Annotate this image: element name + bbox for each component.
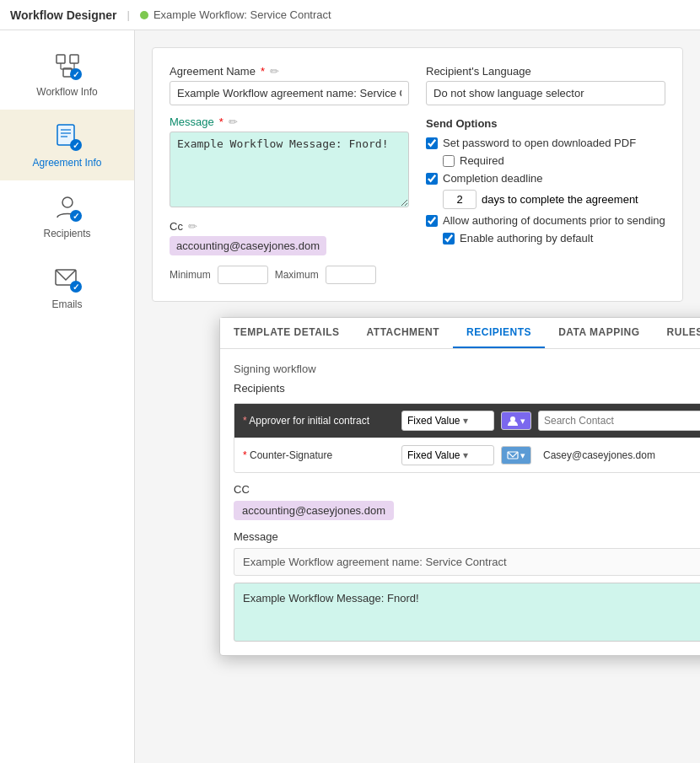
sidebar-item-workflow-info[interactable]: ✓ Workflow Info xyxy=(0,39,134,110)
tab-data-mapping[interactable]: DATA MAPPING xyxy=(545,318,653,348)
content-area: Agreement Name* ✏ Message* ✏ Example Wor… xyxy=(135,30,700,763)
person-icon xyxy=(507,415,519,427)
chevron-down-icon-3: ▾ xyxy=(463,449,468,461)
cc-panel-section: CC accounting@caseyjones.dom xyxy=(234,483,700,520)
set-password-label: Set password to open downloaded PDF xyxy=(443,137,636,149)
message-label: Message* ✏ xyxy=(170,116,409,128)
agreement-name-label: Agreement Name* ✏ xyxy=(170,65,409,78)
recipients-heading: Recipients xyxy=(234,382,700,395)
chevron-down-icon-2: ▾ xyxy=(520,416,525,427)
enable-authoring-row: Enable authoring by default xyxy=(443,232,665,244)
days-row: days to complete the agreement xyxy=(443,190,665,209)
tab-rules[interactable]: RULES xyxy=(654,318,700,348)
recipient-0-search[interactable]: 🔍 xyxy=(538,411,700,431)
required-label: Required xyxy=(460,154,504,167)
search-contact-input[interactable] xyxy=(544,415,700,427)
days-label: days to complete the agreement xyxy=(482,193,638,206)
sidebar-item-recipients[interactable]: ✓ Recipients xyxy=(0,180,134,251)
days-input[interactable] xyxy=(443,190,477,209)
separator: | xyxy=(127,8,130,21)
svg-text:✓: ✓ xyxy=(73,212,79,221)
sidebar-item-emails[interactable]: ✓ Emails xyxy=(0,251,134,322)
recipient-1-contact-type-btn[interactable]: ▾ xyxy=(501,446,531,465)
set-password-checkbox[interactable] xyxy=(426,137,438,149)
svg-rect-1 xyxy=(70,55,78,63)
message-textarea[interactable]: Example Workflow Message: Fnord! xyxy=(170,132,409,207)
top-bar: Workflow Designer | Example Workflow: Se… xyxy=(0,0,700,30)
panel-body: Signing workflow Recipients * Approver f… xyxy=(220,349,700,655)
language-label: Recipient's Language xyxy=(426,65,665,78)
required-checkbox[interactable] xyxy=(443,155,455,167)
sidebar-item-workflow-info-label: Workflow Info xyxy=(36,86,97,98)
tabs-bar: TEMPLATE DETAILS ATTACHMENT RECIPIENTS D… xyxy=(220,318,700,349)
message-body-display: Example Workflow Message: Fnord! ⤡ xyxy=(234,583,700,642)
cc-edit-icon[interactable]: ✏ xyxy=(188,220,197,233)
max-input[interactable] xyxy=(326,266,376,284)
cc-panel-value: accounting@caseyjones.dom xyxy=(234,501,394,520)
tab-attachment[interactable]: ATTACHMENT xyxy=(353,318,454,348)
message-edit-icon[interactable]: ✏ xyxy=(229,116,238,128)
svg-text:✓: ✓ xyxy=(73,282,79,292)
recipient-1-type-select[interactable]: Fixed Value ▾ xyxy=(401,445,494,465)
workflow-name: Example Workflow: Service Contract xyxy=(153,8,331,21)
cc-label: Cc ✏ xyxy=(170,220,409,233)
cc-section: Cc ✏ accounting@caseyjones.dom xyxy=(170,220,409,261)
workflow-status: Example Workflow: Service Contract xyxy=(140,8,331,21)
min-input[interactable] xyxy=(218,266,268,284)
completion-deadline-row: Completion deadline xyxy=(426,172,665,185)
form-right-col: Recipient's Language Send Options Set pa… xyxy=(426,65,665,284)
chevron-down-icon: ▾ xyxy=(463,415,468,427)
status-dot-icon xyxy=(140,11,148,19)
message-section-label: Message xyxy=(234,530,700,543)
recipient-0-label: * Approver for initial contract xyxy=(243,415,395,427)
recipient-0-type-select[interactable]: Fixed Value ▾ xyxy=(401,411,494,431)
allow-authoring-label: Allow authoring of documents prior to se… xyxy=(443,214,665,227)
recipients-container: * Approver for initial contract Fixed Va… xyxy=(234,403,700,473)
overlay-panel: TEMPLATE DETAILS ATTACHMENT RECIPIENTS D… xyxy=(219,317,700,656)
agreement-info-icon: ✓ xyxy=(52,121,83,152)
min-label: Minimum xyxy=(170,269,211,281)
sidebar: ✓ Workflow Info ✓ Agreement Info ✓ Re xyxy=(0,30,135,763)
recipient-1-value: Casey@caseyjones.dom xyxy=(538,446,700,465)
recipients-icon: ✓ xyxy=(52,192,83,223)
message-name-display: Example Workflow agreement name: Service… xyxy=(234,548,700,576)
svg-point-15 xyxy=(62,197,73,207)
enable-authoring-label: Enable authoring by default xyxy=(460,232,593,244)
emails-icon: ✓ xyxy=(52,263,83,293)
sidebar-item-emails-label: Emails xyxy=(51,298,82,310)
svg-rect-0 xyxy=(57,55,65,63)
language-input[interactable] xyxy=(426,81,665,105)
recipient-row-0: * Approver for initial contract Fixed Va… xyxy=(234,404,700,438)
completion-deadline-checkbox[interactable] xyxy=(426,173,438,185)
max-label: Maximum xyxy=(275,269,319,281)
recipient-0-contact-type-btn[interactable]: ▾ xyxy=(501,411,531,430)
top-form-row: Agreement Name* ✏ Message* ✏ Example Wor… xyxy=(170,65,665,284)
recipient-1-label: * Counter-Signature xyxy=(243,449,395,461)
tab-template-details[interactable]: TEMPLATE DETAILS xyxy=(220,318,353,348)
main-form: Agreement Name* ✏ Message* ✏ Example Wor… xyxy=(152,47,683,302)
agreement-name-input[interactable] xyxy=(170,81,409,105)
agreement-name-edit-icon[interactable]: ✏ xyxy=(270,65,279,78)
sidebar-item-agreement-info[interactable]: ✓ Agreement Info xyxy=(0,110,134,180)
chevron-down-icon-4: ▾ xyxy=(520,450,525,461)
set-password-row: Set password to open downloaded PDF xyxy=(426,137,665,149)
cc-value: accounting@caseyjones.dom xyxy=(170,236,326,255)
app-title: Workflow Designer xyxy=(10,8,117,22)
tab-recipients[interactable]: RECIPIENTS xyxy=(453,318,545,348)
sidebar-item-recipients-label: Recipients xyxy=(43,228,90,239)
mail-icon xyxy=(507,449,519,461)
recipient-row-1: * Counter-Signature Fixed Value ▾ xyxy=(234,438,700,472)
svg-text:✓: ✓ xyxy=(73,141,79,150)
message-section: Message Example Workflow agreement name:… xyxy=(234,530,700,642)
required-row: Required xyxy=(443,154,665,167)
send-options-title: Send Options xyxy=(426,117,665,130)
svg-text:✓: ✓ xyxy=(73,70,79,79)
sidebar-item-agreement-info-label: Agreement Info xyxy=(32,157,101,169)
allow-authoring-checkbox[interactable] xyxy=(426,215,438,227)
signing-workflow-heading: Signing workflow xyxy=(234,363,700,375)
enable-authoring-checkbox[interactable] xyxy=(443,233,455,244)
form-left-col: Agreement Name* ✏ Message* ✏ Example Wor… xyxy=(170,65,409,284)
cc-panel-label: CC xyxy=(234,483,700,496)
min-max-row: Minimum Maximum xyxy=(170,266,409,284)
workflow-info-icon: ✓ xyxy=(52,51,83,81)
